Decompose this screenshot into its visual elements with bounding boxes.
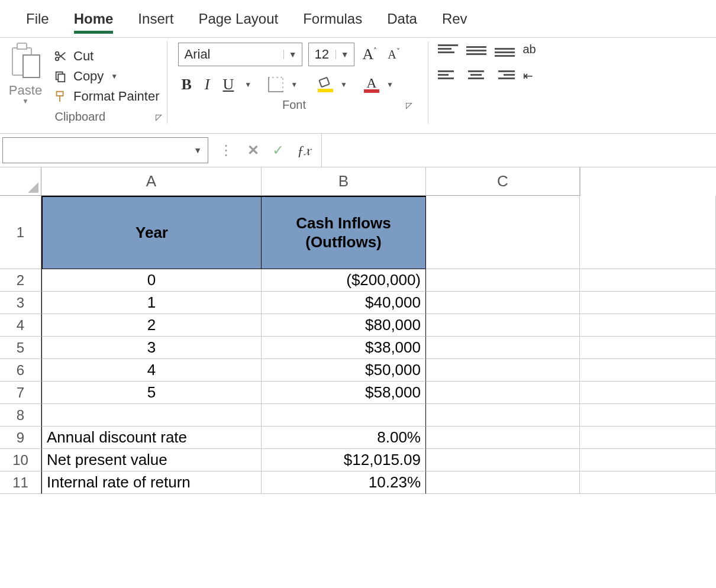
tab-data[interactable]: Data bbox=[387, 11, 417, 34]
cell-A[interactable]: 3 bbox=[41, 337, 262, 359]
insert-function-button[interactable]: ƒ𝑥 bbox=[297, 143, 311, 159]
align-center-button[interactable] bbox=[466, 69, 486, 84]
select-all-corner[interactable] bbox=[0, 167, 41, 196]
indent-button[interactable]: ⇤ bbox=[523, 69, 543, 84]
cell-A[interactable]: 2 bbox=[41, 314, 262, 337]
row-header-2[interactable]: 2 bbox=[0, 269, 41, 292]
cancel-formula-button[interactable]: ✕ bbox=[247, 142, 259, 159]
align-bottom-button[interactable] bbox=[495, 43, 515, 58]
name-box[interactable]: ▼ bbox=[2, 137, 208, 163]
cell-extra[interactable] bbox=[580, 269, 716, 292]
cell-B[interactable]: $12,015.09 bbox=[262, 449, 426, 471]
font-dialog-launcher-icon[interactable]: ◸ bbox=[406, 101, 412, 110]
tab-insert[interactable]: Insert bbox=[138, 11, 173, 34]
tab-page-layout[interactable]: Page Layout bbox=[198, 11, 278, 34]
cell-C[interactable] bbox=[426, 449, 580, 471]
font-name-select[interactable]: Arial ▼ bbox=[178, 43, 302, 66]
cell-B[interactable]: ($200,000) bbox=[262, 269, 426, 292]
bold-button[interactable]: B bbox=[178, 75, 195, 95]
cell-B[interactable]: 8.00% bbox=[262, 427, 426, 449]
font-size-select[interactable]: 12 ▼ bbox=[308, 43, 354, 66]
cell-C[interactable] bbox=[426, 427, 580, 449]
row-header-8[interactable]: 8 bbox=[0, 404, 41, 427]
cell-extra[interactable] bbox=[580, 359, 716, 382]
cell-A[interactable]: Year bbox=[41, 196, 262, 269]
paste-icon[interactable] bbox=[8, 43, 43, 83]
enter-formula-button[interactable]: ✓ bbox=[272, 142, 284, 159]
align-middle-button[interactable] bbox=[466, 43, 486, 58]
cell-extra[interactable] bbox=[580, 292, 716, 314]
cell-extra[interactable] bbox=[580, 337, 716, 359]
cell-A[interactable]: 5 bbox=[41, 382, 262, 404]
tab-formulas[interactable]: Formulas bbox=[303, 11, 362, 34]
cell-C[interactable] bbox=[426, 196, 580, 269]
cell-A[interactable]: 0 bbox=[41, 269, 262, 292]
cell-extra[interactable] bbox=[580, 427, 716, 449]
cut-button[interactable]: Cut bbox=[52, 46, 161, 66]
decrease-font-button[interactable]: A˅ bbox=[385, 47, 402, 62]
cell-C[interactable] bbox=[426, 292, 580, 314]
cell-A[interactable]: 1 bbox=[41, 292, 262, 314]
cell-B[interactable]: $40,000 bbox=[262, 292, 426, 314]
underline-button[interactable]: U bbox=[220, 75, 238, 95]
cell-C[interactable] bbox=[426, 404, 580, 427]
cell-B[interactable]: 10.23% bbox=[262, 471, 426, 494]
cell-C[interactable] bbox=[426, 269, 580, 292]
column-header-B[interactable]: B bbox=[262, 167, 426, 196]
fb-handle-icon[interactable]: ⋮ bbox=[219, 142, 234, 159]
cell-B[interactable]: $38,000 bbox=[262, 337, 426, 359]
cell-extra[interactable] bbox=[580, 314, 716, 337]
borders-dropdown[interactable]: ▼ bbox=[289, 80, 298, 89]
align-top-button[interactable] bbox=[438, 43, 458, 58]
cell-B[interactable]: $58,000 bbox=[262, 382, 426, 404]
column-header-C[interactable]: C bbox=[426, 167, 580, 196]
copy-button[interactable]: Copy ▼ bbox=[52, 66, 161, 86]
row-header-1[interactable]: 1 bbox=[0, 196, 41, 269]
cell-extra[interactable] bbox=[580, 449, 716, 471]
font-color-dropdown[interactable]: ▼ bbox=[385, 80, 394, 89]
row-header-3[interactable]: 3 bbox=[0, 292, 41, 314]
cell-A[interactable]: 4 bbox=[41, 359, 262, 382]
tab-file[interactable]: File bbox=[26, 11, 49, 34]
row-header-7[interactable]: 7 bbox=[0, 382, 41, 404]
cell-extra[interactable] bbox=[580, 471, 716, 494]
fill-color-dropdown[interactable]: ▼ bbox=[339, 80, 347, 89]
cell-A[interactable]: Annual discount rate bbox=[41, 427, 262, 449]
cell-B[interactable]: $80,000 bbox=[262, 314, 426, 337]
row-header-4[interactable]: 4 bbox=[0, 314, 41, 337]
cell-C[interactable] bbox=[426, 382, 580, 404]
align-left-button[interactable] bbox=[438, 69, 458, 84]
row-header-5[interactable]: 5 bbox=[0, 337, 41, 359]
cell-C[interactable] bbox=[426, 359, 580, 382]
row-header-6[interactable]: 6 bbox=[0, 359, 41, 382]
cell-C[interactable] bbox=[426, 314, 580, 337]
paste-button[interactable]: Paste bbox=[8, 83, 43, 98]
increase-font-button[interactable]: A˄ bbox=[360, 46, 380, 63]
row-header-9[interactable]: 9 bbox=[0, 427, 41, 449]
cell-extra[interactable] bbox=[580, 382, 716, 404]
borders-icon[interactable] bbox=[268, 77, 283, 92]
column-header-extra[interactable] bbox=[580, 167, 580, 196]
wrap-text-button[interactable]: ab bbox=[523, 43, 543, 58]
font-color-icon[interactable]: A bbox=[364, 77, 379, 93]
cell-B[interactable] bbox=[262, 404, 426, 427]
format-painter-button[interactable]: Format Painter bbox=[52, 86, 161, 106]
row-header-10[interactable]: 10 bbox=[0, 449, 41, 471]
copy-dropdown[interactable]: ▼ bbox=[109, 72, 118, 80]
cell-A[interactable]: Internal rate of return bbox=[41, 471, 262, 494]
cell-A[interactable]: Net present value bbox=[41, 449, 262, 471]
cell-B[interactable]: $50,000 bbox=[262, 359, 426, 382]
column-header-A[interactable]: A bbox=[41, 167, 262, 196]
fill-color-icon[interactable] bbox=[318, 77, 333, 92]
align-right-button[interactable] bbox=[495, 69, 515, 84]
clipboard-dialog-launcher-icon[interactable]: ◸ bbox=[156, 112, 162, 122]
cell-A[interactable] bbox=[41, 404, 262, 427]
tab-home[interactable]: Home bbox=[74, 11, 114, 34]
cell-C[interactable] bbox=[426, 471, 580, 494]
cell-C[interactable] bbox=[426, 337, 580, 359]
underline-dropdown[interactable]: ▼ bbox=[243, 80, 251, 89]
paste-dropdown[interactable]: ▼ bbox=[8, 97, 43, 105]
cell-extra[interactable] bbox=[580, 404, 716, 427]
cell-extra[interactable] bbox=[580, 196, 716, 269]
italic-button[interactable]: I bbox=[201, 75, 214, 95]
